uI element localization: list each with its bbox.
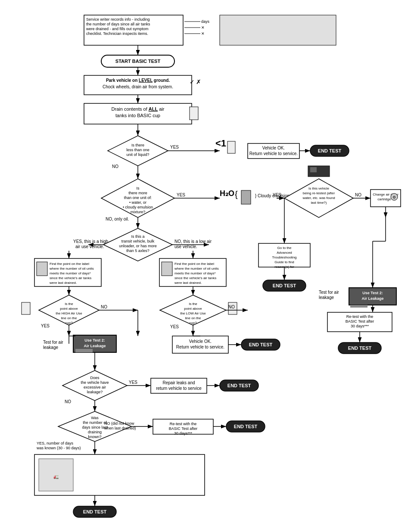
- info-text-3: were drained - and fills out symptom: [86, 27, 149, 31]
- retest-30-right-text-1: Re-test with the: [346, 314, 374, 319]
- vehicle-ok-2-text-2: Return vehicle to service.: [176, 345, 224, 349]
- q6-text-1: Does: [90, 376, 100, 380]
- vehicle-ok-1-text-2: Return vehicle to service.: [249, 151, 298, 156]
- days-label: days: [201, 19, 210, 24]
- q4-text-4: line on the: [61, 316, 77, 320]
- start-label: START BASIC TEST: [115, 59, 161, 64]
- q7-no-label-2: when last drained): [104, 426, 136, 430]
- q4-no-label: NO: [101, 305, 107, 309]
- use-test2-right-text-2: Air Leakage: [361, 296, 383, 301]
- q2-text-4: • water, or: [129, 200, 146, 205]
- find-low-text-4: since the vehicle's air tanks: [174, 276, 216, 280]
- drain-text-1: Drain contents of ALL air: [112, 106, 165, 112]
- q1-text-3: unit of liquid?: [126, 152, 149, 157]
- label-icon-low: [162, 262, 172, 276]
- q2-text-3: than one unit of:: [124, 196, 152, 200]
- vehicle-ok-1-text-1: Vehicle OK.: [262, 146, 285, 150]
- flowchart-container: Service writer records info - including …: [0, 0, 411, 532]
- q8-text-3: water, etc. was found: [302, 196, 335, 200]
- end-test-2-label: END TEST: [249, 342, 273, 347]
- x-mark-2: ✕: [201, 31, 205, 36]
- q5-text-5: cup?: [189, 321, 197, 325]
- q5-text-1: Is the: [189, 302, 197, 306]
- q8-text-4: last time?): [311, 201, 327, 205]
- end-test-1-label: END TEST: [318, 148, 342, 153]
- end-test-5-label: END TEST: [83, 509, 107, 514]
- q3-text-2: transit vehicle, bulk: [121, 239, 155, 243]
- q5-text-3: the LOW Air Use: [180, 311, 206, 315]
- test-leakage-right-label-2: leakage: [319, 295, 334, 300]
- go-advanced-text-2: Advanced: [277, 251, 292, 255]
- q8-yes-label: YES: [273, 193, 281, 197]
- q7-text-5: known?: [88, 435, 101, 439]
- x-mark-1: ✕: [201, 25, 205, 30]
- end-test-right-label: END TEST: [348, 345, 372, 351]
- q6-no-label: NO: [65, 399, 71, 404]
- q7-yes-label: YES, number of days: [37, 441, 74, 445]
- use-test2-right-text-1: Use Test 2:: [362, 291, 383, 295]
- q5-yes-label: YES: [170, 324, 179, 329]
- find-high-text-1: Find the point on the label: [50, 262, 89, 266]
- cup-icon: [190, 107, 198, 120]
- q8-text-2: being re-tested (after: [303, 191, 335, 195]
- vehicle-ok-2-text-1: Vehicle OK.: [189, 339, 212, 344]
- q8-no-label: NO: [355, 193, 361, 197]
- retest-30-text-2: BASIC Test after: [169, 426, 197, 431]
- q1-text-2: less than one: [126, 148, 149, 152]
- q6-text-3: excessive air: [84, 385, 106, 389]
- less-than-1-symbol: <1: [215, 138, 226, 149]
- repair-leaks-text-2: return vehicle to service: [156, 386, 202, 391]
- retest-30-right-text-2: BASIC Test after: [346, 319, 374, 324]
- retest-30-text-3: 30 days***: [174, 431, 193, 436]
- truck-use-test-right: [350, 305, 367, 308]
- park-checkmark: ✓: [190, 78, 195, 85]
- repair-leaks-text-1: Repair leaks and: [162, 380, 195, 385]
- q7-yes-label-2: was known (30 - 90 days): [36, 446, 81, 450]
- info-text-1: Service writer records info - including: [86, 17, 150, 22]
- end-test-4-label: END TEST: [234, 424, 258, 429]
- small-cup-q1: [227, 141, 235, 153]
- q5-text-2: point above: [184, 307, 202, 311]
- q2-text-2: there more: [128, 191, 147, 195]
- test-leakage-right-label: Test for air: [319, 290, 339, 295]
- end-test-3-label: END TEST: [227, 383, 251, 388]
- park-x: ✗: [196, 78, 201, 85]
- use-test2-left-text-1: Use Test 2:: [84, 338, 105, 342]
- q3-yes-label: YES, this is a high: [73, 239, 108, 244]
- q7-text-2: the number of: [83, 420, 107, 425]
- q4-yes-label: YES: [41, 324, 50, 328]
- q8-text-1: Is this vehicle: [308, 187, 330, 190]
- q2-yes-label: YES: [177, 193, 185, 197]
- go-advanced-text-4: Guide to find: [274, 260, 294, 264]
- use-test2-left-text-2: Air Leakage: [84, 344, 106, 348]
- retest-30-text-1: Re-test with the: [170, 422, 197, 426]
- q2-text-6: mixture?: [131, 210, 146, 214]
- info-text-4: checklist. Technician inspects items.: [86, 31, 148, 36]
- test-leakage-left-label: Test for air: [43, 340, 63, 345]
- find-low-text-3: meets the number of days*: [174, 271, 216, 275]
- find-high-text-5: were last drained.: [49, 281, 77, 285]
- main-flowchart-svg: Service writer records info - including …: [9, 9, 402, 523]
- park-text-2: Chock wheels, drain air from system.: [103, 84, 173, 89]
- find-low-text-1: Find the point on the label: [174, 262, 214, 266]
- q3-no-label: NO, this is a low air: [174, 239, 212, 244]
- cup-q4: [22, 302, 30, 314]
- q1-no-label: NO: [112, 164, 118, 169]
- q4-text-2: point above: [60, 307, 78, 311]
- go-advanced-text-1: Go to the: [277, 246, 292, 250]
- q1-text-1: Is there: [131, 143, 144, 147]
- h2o-symbol: H₂O: [220, 189, 234, 198]
- label-icon-high: [37, 262, 47, 276]
- q3-text-1: Is this a: [131, 234, 144, 239]
- q7-no-label: NO (did not know: [104, 421, 134, 426]
- q6-yes-label: YES: [129, 380, 137, 385]
- beaker-icon: [241, 190, 251, 204]
- q2-text-1: Is: [136, 186, 140, 190]
- bottom-icon-text: 🚛: [53, 474, 59, 479]
- gear-symbol: ⚙: [392, 195, 396, 199]
- q5-text-4: line on the: [185, 316, 201, 320]
- q6-text-4: leakage?: [87, 390, 103, 394]
- retest-30-right-text-3: 30 days***: [351, 324, 369, 328]
- q2-text-5: • cloudy emulsion: [123, 205, 153, 209]
- gray-info-box: [220, 15, 336, 45]
